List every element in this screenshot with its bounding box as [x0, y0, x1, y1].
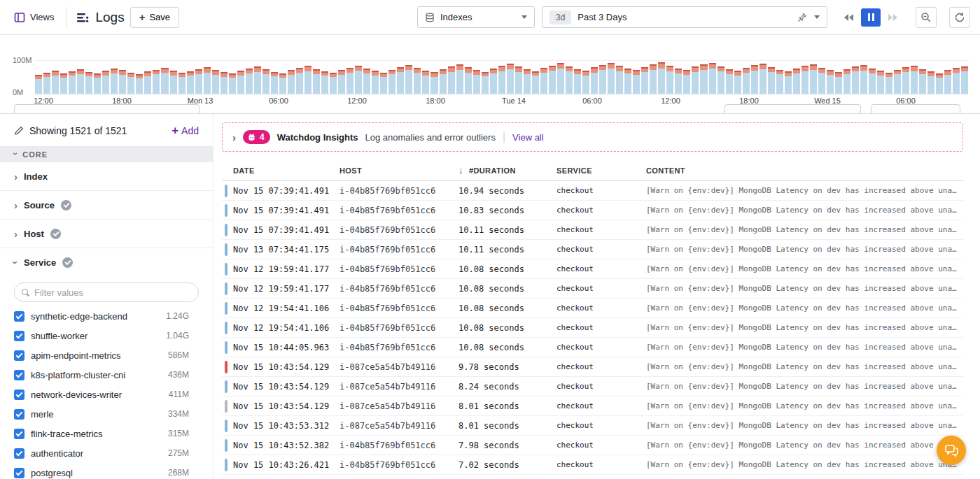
histogram-bar[interactable]: [279, 73, 286, 94]
histogram-bar[interactable]: [574, 69, 581, 94]
log-row[interactable]: Nov 15 10:43:53.312i-087ce5a54b7b491168.…: [222, 416, 963, 436]
histogram-bar[interactable]: [296, 68, 303, 94]
histogram-bar[interactable]: [262, 69, 270, 94]
histogram-bar[interactable]: [927, 71, 934, 94]
histogram-bar[interactable]: [119, 70, 126, 94]
log-row[interactable]: Nov 12 19:54:41.106i-04b85f769bf051cc610…: [222, 299, 963, 318]
histogram-bar[interactable]: [153, 70, 160, 94]
histogram-bar[interactable]: [894, 70, 901, 94]
histogram-bar[interactable]: [304, 66, 312, 94]
histogram-bar[interactable]: [810, 64, 817, 94]
time-range-picker[interactable]: 3d Past 3 Days: [542, 6, 827, 28]
histogram-bar[interactable]: [802, 66, 808, 94]
histogram-bar[interactable]: [515, 66, 522, 94]
histogram-bar[interactable]: [204, 67, 211, 94]
histogram-bar[interactable]: [498, 66, 505, 94]
histogram-bar[interactable]: [692, 66, 699, 94]
cut-search-facets-box[interactable]: [14, 104, 200, 114]
cut-group-control[interactable]: [724, 104, 861, 114]
histogram-bar[interactable]: [726, 69, 733, 94]
save-view-button[interactable]: + Save: [130, 7, 179, 28]
histogram-bar[interactable]: [709, 63, 716, 94]
histogram-bar[interactable]: [482, 72, 489, 94]
histogram-bar[interactable]: [35, 75, 42, 94]
histogram-bar[interactable]: [734, 71, 741, 94]
histogram-bar[interactable]: [69, 71, 76, 94]
histogram-bar[interactable]: [683, 70, 690, 94]
histogram-bar[interactable]: [397, 67, 404, 94]
histogram-bar[interactable]: [220, 72, 227, 94]
histogram-bar[interactable]: [566, 66, 573, 94]
histogram-bar[interactable]: [641, 67, 648, 94]
histogram-bar[interactable]: [111, 69, 118, 94]
facet-service[interactable]: › Service: [0, 248, 213, 277]
histogram-bar[interactable]: [785, 71, 792, 94]
filter-values-input[interactable]: [34, 287, 191, 298]
service-filter-item[interactable]: k8s-platform-cluster-cni436M: [14, 365, 199, 385]
histogram-bar[interactable]: [919, 69, 926, 94]
histogram-bar[interactable]: [430, 72, 438, 94]
histogram-bar[interactable]: [869, 69, 876, 94]
histogram-bar[interactable]: [321, 71, 328, 94]
histogram-bar[interactable]: [77, 69, 84, 94]
histogram-bar[interactable]: [911, 66, 918, 94]
histogram-bar[interactable]: [658, 62, 665, 94]
histogram-bar[interactable]: [557, 63, 564, 94]
checked-checkbox[interactable]: [14, 311, 24, 322]
histogram-bar[interactable]: [532, 71, 539, 94]
histogram-bar[interactable]: [835, 72, 842, 94]
histogram-bar[interactable]: [549, 66, 556, 94]
histogram-bar[interactable]: [144, 71, 151, 94]
histogram-bar[interactable]: [85, 72, 92, 94]
log-row[interactable]: Nov 13 07:34:41.175i-04b85f769bf051cc610…: [222, 240, 963, 259]
refresh-button[interactable]: [949, 7, 970, 28]
checked-checkbox[interactable]: [14, 350, 24, 361]
histogram-bar[interactable]: [793, 69, 800, 94]
histogram-bar[interactable]: [582, 71, 589, 94]
core-group-header[interactable]: › CORE: [0, 146, 213, 162]
service-filter-item[interactable]: apim-endpoint-metrics586M: [14, 345, 199, 365]
histogram-bar[interactable]: [161, 68, 168, 94]
histogram-bar[interactable]: [136, 74, 143, 94]
histogram-bar[interactable]: [246, 69, 253, 94]
column-header-date[interactable]: DATE: [233, 166, 340, 175]
checked-checkbox[interactable]: [14, 409, 24, 420]
histogram-bar[interactable]: [338, 70, 345, 94]
histogram-bar[interactable]: [760, 64, 766, 94]
histogram-bar[interactable]: [666, 66, 673, 94]
facet-source[interactable]: › Source: [0, 191, 213, 220]
histogram-bar[interactable]: [363, 69, 370, 94]
histogram-bar[interactable]: [422, 71, 429, 94]
histogram-bar[interactable]: [465, 67, 472, 94]
histogram-bar[interactable]: [52, 71, 59, 94]
checked-checkbox[interactable]: [14, 389, 24, 400]
histogram-bar[interactable]: [372, 71, 379, 94]
log-row[interactable]: Nov 15 10:43:54.129i-087ce5a54b7b491168.…: [222, 396, 963, 416]
fast-forward-button[interactable]: [883, 8, 903, 27]
zoom-out-button[interactable]: [916, 7, 937, 28]
histogram-bar[interactable]: [94, 73, 101, 94]
service-filter-item[interactable]: network-devices-writer411M: [14, 385, 199, 404]
histogram-bar[interactable]: [330, 73, 337, 94]
log-row[interactable]: Nov 15 07:39:41.491i-04b85f769bf051cc610…: [222, 181, 963, 201]
histogram-bar[interactable]: [271, 72, 278, 94]
histogram-bar[interactable]: [633, 70, 640, 94]
histogram-bar[interactable]: [102, 71, 109, 94]
log-row[interactable]: Nov 15 10:43:54.129i-087ce5a54b7b491169.…: [222, 357, 963, 377]
histogram-bar[interactable]: [490, 69, 497, 94]
histogram-bar[interactable]: [355, 66, 362, 94]
histogram-bar[interactable]: [254, 66, 261, 94]
service-filter-item[interactable]: postgresql268M: [14, 463, 199, 478]
cut-display-control[interactable]: [871, 104, 960, 114]
histogram-bar[interactable]: [944, 70, 951, 94]
histogram-bar[interactable]: [852, 66, 859, 94]
histogram-bar[interactable]: [591, 67, 598, 94]
service-filter-item[interactable]: authenticator275M: [14, 443, 199, 463]
histogram-bar[interactable]: [768, 67, 775, 94]
histogram-bar[interactable]: [700, 64, 707, 94]
histogram-bar[interactable]: [288, 70, 295, 94]
indexes-dropdown[interactable]: Indexes: [417, 6, 535, 28]
chevron-right-icon[interactable]: ›: [232, 132, 236, 143]
pause-button[interactable]: [861, 8, 881, 27]
histogram-bar[interactable]: [860, 65, 867, 94]
